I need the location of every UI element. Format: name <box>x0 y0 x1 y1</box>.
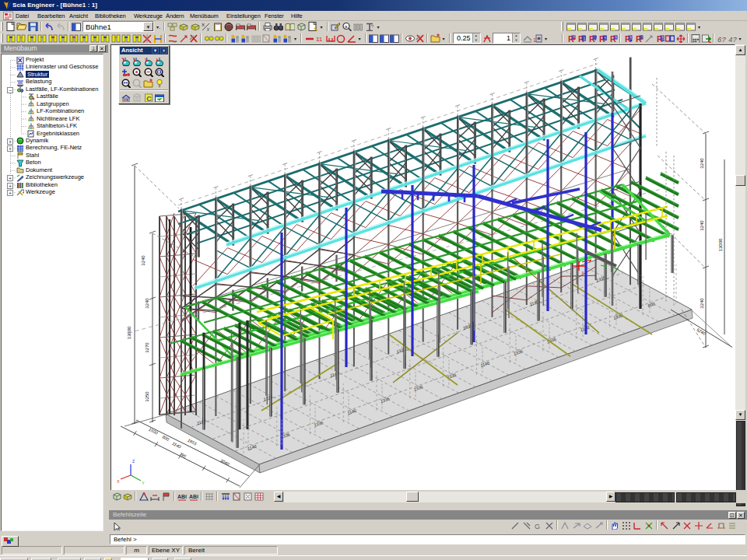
svg-text:13000: 13000 <box>127 326 132 339</box>
svg-text:Z: Z <box>132 459 135 464</box>
svg-text:1: 1 <box>533 37 536 43</box>
svg-text:6?: 6? <box>717 37 726 43</box>
svg-text:G: G <box>535 523 540 530</box>
svg-text:3240: 3240 <box>141 255 146 266</box>
svg-text:3240: 3240 <box>700 220 704 231</box>
svg-text:x: x <box>581 270 584 275</box>
svg-text:C: C <box>146 95 152 103</box>
svg-text:1955: 1955 <box>187 438 198 446</box>
svg-text:4?: 4? <box>728 37 737 43</box>
svg-text:X: X <box>202 23 205 27</box>
svg-text:800: 800 <box>161 434 170 442</box>
svg-text:X: X <box>117 479 120 484</box>
svg-text:1500: 1500 <box>148 427 159 436</box>
svg-text:13000: 13000 <box>718 238 723 251</box>
svg-text:3250: 3250 <box>145 391 149 402</box>
svg-text:3240: 3240 <box>700 298 704 309</box>
svg-text:y: y <box>207 26 209 31</box>
svg-text:ABC: ABC <box>189 494 198 499</box>
svg-text:Y: Y <box>142 481 145 485</box>
svg-text:3040: 3040 <box>219 458 230 467</box>
svg-text:3270: 3270 <box>145 342 149 353</box>
svg-text:3240: 3240 <box>700 158 704 169</box>
svg-text:11: 11 <box>316 36 323 43</box>
svg-text:ABC: ABC <box>177 494 187 499</box>
svg-text:?: ? <box>371 24 374 29</box>
svg-text:3240: 3240 <box>145 298 149 309</box>
